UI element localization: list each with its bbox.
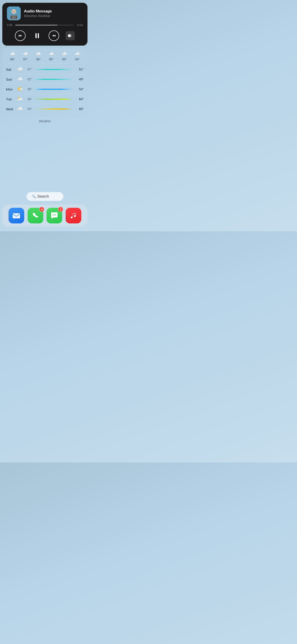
day-high-sun: 49°: [75, 78, 84, 81]
speaker-button[interactable]: [66, 31, 75, 40]
cloud-icon-5: ☁️: [62, 51, 67, 57]
daily-row-sun: Sun ☁️ 42° 49°: [6, 74, 84, 84]
day-low-tue: 46°: [24, 97, 32, 101]
hourly-temp-3: 56°: [36, 58, 41, 61]
dock-app-messages[interactable]: 2: [46, 208, 62, 224]
svg-point-15: [71, 36, 72, 37]
day-low-wed: 55°: [24, 107, 32, 111]
hourly-item: ☁️ 55°: [62, 51, 67, 61]
home-screen-space: [0, 123, 90, 188]
temp-bar-tue: [34, 98, 73, 100]
hourly-item: ☁️ 56°: [10, 51, 16, 61]
svg-point-5: [13, 11, 13, 12]
svg-point-18: [52, 214, 54, 215]
daily-rows: Sat ☁️ 47° 51° Sun ☁️ 42° 49° Mon 🌤️ 38°…: [2, 64, 88, 115]
search-bar-container[interactable]: 🔍 Search: [0, 192, 90, 201]
search-bar[interactable]: 🔍 Search: [26, 192, 63, 201]
daily-row-wed: Wed ☁️ 55° 66°: [6, 104, 84, 114]
day-low-mon: 38°: [24, 87, 32, 91]
day-icon-sun: ☁️: [16, 76, 24, 82]
rewind-button[interactable]: 5: [15, 30, 26, 41]
temp-bar-wrapper-wed: [32, 108, 75, 110]
search-icon: 🔍: [32, 195, 36, 198]
day-label-sun: Sun: [6, 78, 16, 81]
day-icon-tue: 🌥️: [16, 96, 24, 102]
rewind-inner: 5: [18, 33, 23, 38]
pause-button[interactable]: [32, 31, 42, 41]
temp-bar-mon: [34, 89, 73, 90]
daily-row-sat: Sat ☁️ 47° 51°: [6, 64, 84, 74]
svg-point-20: [55, 214, 56, 215]
dock-app-music[interactable]: [66, 208, 81, 224]
hourly-item: ☁️ 56°: [36, 51, 41, 61]
svg-point-14: [71, 35, 72, 36]
dock-app-phone[interactable]: 4: [28, 208, 43, 224]
cloud-icon-1: ☁️: [10, 51, 16, 57]
progress-time-right: -0:14: [76, 24, 83, 27]
svg-point-1: [12, 9, 16, 14]
day-icon-sat: ☁️: [16, 66, 24, 72]
hourly-temp-5: 55°: [62, 58, 67, 61]
audio-subtitle: Kiboshes Rankhar: [24, 14, 52, 18]
day-high-wed: 66°: [75, 107, 84, 111]
svg-point-19: [54, 214, 55, 215]
cloud-icon-2: ☁️: [22, 51, 28, 57]
progress-time-left: 0:36: [7, 24, 13, 27]
mail-icon[interactable]: [8, 208, 24, 224]
svg-rect-4: [12, 16, 16, 18]
audio-title: Audio Message: [24, 9, 52, 14]
progress-fill: [15, 25, 57, 26]
hourly-item: ☁️ 55°: [48, 51, 54, 61]
day-low-sun: 42°: [24, 78, 32, 81]
hourly-temp-6: 54°: [75, 58, 80, 61]
weather-widget[interactable]: ☁️ 56° ☁️ 57° ☁️ 56° ☁️ 55° ☁️ 55° ☁️ 54…: [2, 48, 88, 117]
cloud-icon-4: ☁️: [48, 51, 54, 57]
day-icon-mon: 🌤️: [16, 86, 24, 92]
dock-app-mail[interactable]: [8, 208, 24, 224]
forward-button[interactable]: 5: [48, 30, 59, 41]
day-high-sat: 51°: [75, 68, 84, 71]
temp-bar-sat: [34, 69, 73, 70]
hourly-temp-2: 57°: [23, 58, 28, 61]
temp-bar-wed: [34, 108, 73, 110]
temp-bar-sun: [34, 79, 73, 80]
messages-badge: 2: [58, 207, 63, 212]
daily-row-tue: Tue 🌥️ 46° 64°: [6, 94, 84, 104]
pause-bar-left: [36, 33, 36, 38]
day-label-mon: Mon: [6, 87, 16, 91]
temp-bar-wrapper-mon: [32, 89, 75, 90]
cloud-icon-6: ☁️: [74, 51, 80, 57]
day-label-sat: Sat: [6, 68, 16, 72]
weather-label: Weather: [0, 119, 90, 123]
audio-info: Audio Message Kiboshes Rankhar: [24, 9, 52, 18]
day-icon-wed: ☁️: [16, 106, 24, 112]
temp-bar-wrapper-tue: [32, 98, 75, 100]
svg-point-6: [14, 11, 15, 12]
svg-rect-17: [13, 213, 20, 218]
music-icon[interactable]: [66, 208, 81, 224]
svg-rect-13: [68, 35, 69, 36]
pause-bar-right: [38, 33, 39, 38]
progress-section: 0:36 -0:14: [7, 24, 83, 27]
temp-bar-wrapper-sat: [32, 69, 75, 70]
progress-bar-container[interactable]: 0:36 -0:14: [7, 24, 83, 27]
day-label-tue: Tue: [6, 97, 16, 101]
daily-row-mon: Mon 🌤️ 38° 54°: [6, 84, 84, 94]
day-label-wed: Wed: [6, 107, 16, 111]
temp-bar-wrapper-sun: [32, 79, 75, 80]
svg-point-16: [72, 36, 72, 36]
cloud-icon-3: ☁️: [36, 51, 41, 57]
progress-bar[interactable]: [15, 25, 74, 26]
hourly-row: ☁️ 56° ☁️ 57° ☁️ 56° ☁️ 55° ☁️ 55° ☁️ 54…: [2, 48, 88, 64]
hourly-temp-1: 56°: [10, 58, 15, 61]
hourly-item: ☁️ 57°: [22, 51, 28, 61]
avatar: [7, 6, 21, 20]
day-high-mon: 54°: [75, 87, 84, 91]
dock: 4 2: [2, 204, 88, 227]
phone-badge: 4: [39, 207, 44, 212]
audio-player: Audio Message Kiboshes Rankhar 0:36 -0:1…: [2, 3, 88, 46]
search-label: Search: [37, 194, 49, 198]
audio-header: Audio Message Kiboshes Rankhar: [7, 6, 83, 20]
audio-controls: 5 5: [7, 30, 83, 41]
hourly-item: ☁️ 54°: [74, 51, 80, 61]
